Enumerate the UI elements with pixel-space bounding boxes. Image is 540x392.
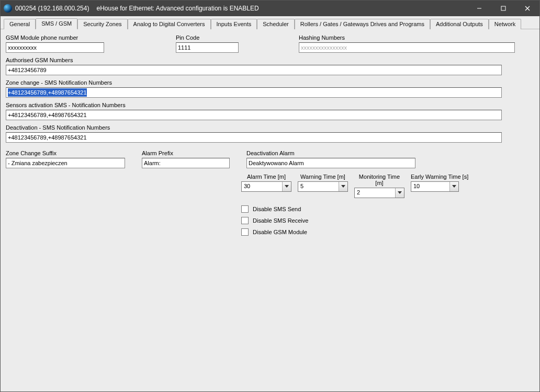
zone-change-suffix-label: Zone Change Suffix (6, 150, 131, 156)
disable-gsm-module-row: Disable GSM Module (241, 228, 534, 236)
tab-adc[interactable]: Analog to Digital Converters (128, 19, 211, 29)
alarm-time-dropdown[interactable]: 30 (241, 181, 291, 192)
zone-change-label: Zone change - SMS Notification Numbers (6, 79, 534, 86)
early-warning-time-dropdown[interactable]: 10 (411, 181, 459, 192)
deactivation-input[interactable]: +48123456789,+48987654321 (6, 132, 502, 143)
svg-marker-7 (452, 185, 456, 188)
minimize-button[interactable] (467, 1, 491, 16)
alarm-time-label: Alarm Time [m] (241, 174, 291, 180)
chevron-down-icon[interactable] (395, 188, 404, 198)
title-bar: 000254 (192.168.000.254) eHouse for Ethe… (1, 1, 539, 16)
window-title-a: 000254 (192.168.000.254) (15, 5, 89, 12)
chevron-down-icon[interactable] (339, 182, 347, 191)
app-icon (4, 4, 12, 13)
alarm-prefix-input[interactable]: Alarm: (142, 158, 230, 168)
tab-sms-gsm[interactable]: SMS / GSM (36, 18, 77, 29)
hashing-input[interactable]: xxxxxxxxxxxxxxxx (299, 42, 515, 53)
early-warning-time-label: Early Warning Time [s] (411, 174, 463, 180)
zone-change-input[interactable]: +48123456789,+48987654321 (6, 87, 502, 98)
tab-rollers[interactable]: Rollers / Gates / Gateways Drives and Pr… (295, 19, 430, 29)
tab-inputs-events[interactable]: Inputs Events (211, 19, 257, 29)
close-button[interactable] (515, 1, 539, 16)
svg-marker-6 (398, 191, 402, 194)
disable-sms-receive-label: Disable SMS Receive (253, 217, 308, 224)
disable-gsm-module-checkbox[interactable] (241, 228, 249, 236)
authorised-label: Authorised GSM Numbers (6, 57, 534, 63)
sensors-input[interactable]: +48123456789,+48987654321 (6, 110, 502, 120)
maximize-button[interactable] (491, 1, 515, 16)
gsm-phone-input[interactable]: xxxxxxxxxx (6, 42, 104, 53)
tab-scheduler[interactable]: Scheduler (257, 19, 295, 29)
svg-marker-4 (285, 185, 289, 188)
monitoring-time-label: Monitoring Time [m] (354, 174, 404, 186)
svg-rect-1 (501, 6, 505, 10)
chevron-down-icon[interactable] (449, 182, 458, 191)
disable-sms-send-label: Disable SMS Send (253, 206, 301, 212)
disable-sms-send-checkbox[interactable] (241, 205, 249, 213)
sensors-label: Sensors activation SMS - Notification Nu… (6, 102, 534, 108)
deactivation-alarm-label: Deactivation Alarm (246, 150, 424, 156)
warning-time-dropdown[interactable]: 5 (298, 181, 348, 192)
window-title-b: eHouse for Ethernet: Advanced configurat… (96, 5, 258, 12)
hashing-label: Hashing Numbers (299, 34, 524, 41)
disable-gsm-module-label: Disable GSM Module (253, 229, 307, 235)
pin-code-label: Pin Code (176, 34, 260, 41)
monitoring-time-dropdown[interactable]: 2 (354, 188, 404, 198)
authorised-input[interactable]: +48123456789 (6, 65, 502, 75)
zone-change-suffix-input[interactable]: - Zmiana zabezpieczen (6, 158, 125, 168)
deactivation-label: Deactivation - SMS Notification Numbers (6, 124, 534, 131)
tab-security-zones[interactable]: Security Zones (77, 19, 127, 29)
tab-general[interactable]: General (4, 19, 36, 29)
disable-sms-receive-checkbox[interactable] (241, 217, 249, 224)
tab-additional-outputs[interactable]: Additional Outputs (430, 19, 489, 29)
tab-network[interactable]: Network (489, 19, 521, 29)
alarm-prefix-label: Alarm Prefix (142, 150, 236, 156)
disable-sms-send-row: Disable SMS Send (241, 205, 534, 213)
disable-sms-receive-row: Disable SMS Receive (241, 217, 534, 224)
chevron-down-icon[interactable] (282, 182, 291, 191)
pin-code-input[interactable]: 1111 (176, 42, 239, 53)
app-window: 000254 (192.168.000.254) eHouse for Ethe… (0, 0, 540, 392)
deactivation-alarm-input[interactable]: Deaktywowano Alarm (246, 158, 415, 168)
tab-strip: General SMS / GSM Security Zones Analog … (1, 17, 539, 29)
warning-time-label: Warning Time [m] (298, 174, 348, 180)
gsm-phone-label: GSM Module phone number (6, 34, 110, 41)
svg-marker-5 (341, 185, 345, 188)
client-area: GSM Module phone number xxxxxxxxxx Pin C… (1, 29, 539, 391)
